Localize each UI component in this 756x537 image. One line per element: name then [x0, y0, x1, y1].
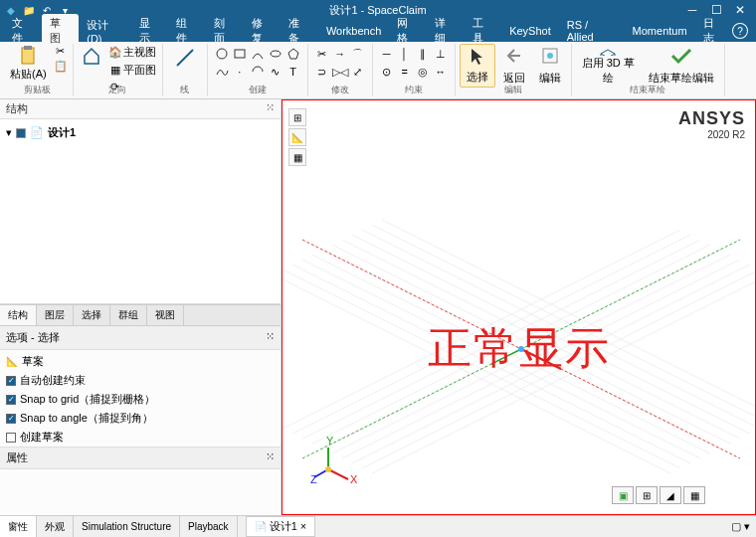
- equal-constraint[interactable]: =: [397, 64, 413, 80]
- shade-button[interactable]: ◢: [660, 486, 681, 504]
- menu-log[interactable]: 日志: [695, 14, 733, 48]
- viewport[interactable]: ANSYS 2020 R2 ⊞ 📐 ▦ 正常显示 Y: [282, 99, 756, 515]
- spline-tool[interactable]: [214, 64, 230, 80]
- horiz-constraint[interactable]: ─: [379, 46, 395, 62]
- svg-rect-4: [235, 50, 245, 58]
- finish-sketch-button[interactable]: 结束草绘编辑: [643, 44, 720, 88]
- svg-rect-0: [22, 48, 34, 64]
- svg-point-42: [325, 466, 331, 472]
- menu-file[interactable]: 文件: [4, 14, 42, 48]
- curve-tool[interactable]: ∿: [268, 64, 284, 80]
- status-right: ▢ ▾: [731, 520, 756, 533]
- ribbon-clipboard: 粘贴(A) ✂ 📋 剪贴板: [2, 44, 74, 96]
- opt-snap-grid[interactable]: ✓Snap to grid（捕捉到栅格）: [2, 390, 279, 409]
- viewport-bottom-tools: ▣ ⊞ ◢ ▦: [612, 486, 705, 504]
- status-indicator: ▢ ▾: [731, 520, 750, 533]
- menu-rsallied[interactable]: RS / Allied: [559, 17, 625, 45]
- svg-line-2: [177, 50, 193, 66]
- menu-design[interactable]: 设计(D): [79, 16, 131, 47]
- scale-tool[interactable]: ⤢: [350, 64, 366, 80]
- cut-button[interactable]: ✂: [53, 44, 69, 58]
- left-panel: 结构⁙ ▾ 📄 设计1 结构 图层 选择 群组 视图 选项 - 选择⁙ 📐 草案…: [0, 99, 282, 515]
- menu-component[interactable]: 组件: [168, 14, 206, 48]
- menu-momentum[interactable]: Momentum: [625, 23, 695, 39]
- menu-sketch[interactable]: 草图: [42, 14, 80, 48]
- status-tab-playback[interactable]: Playback: [180, 516, 238, 537]
- menu-workbench[interactable]: Workbench: [318, 23, 389, 39]
- tab-structure[interactable]: 结构: [0, 305, 37, 325]
- vert-constraint[interactable]: │: [397, 46, 413, 62]
- menu-tools[interactable]: 工具: [465, 14, 502, 48]
- svg-point-3: [217, 49, 227, 59]
- tree-area: ▾ 📄 设计1: [0, 119, 281, 304]
- text-tool[interactable]: T: [285, 64, 301, 80]
- menubar: 文件 草图 设计(D) 显示 组件 刻面 修复 准备 Workbench 网格 …: [0, 20, 756, 42]
- ribbon-create: · ∿ T 创建: [208, 44, 308, 96]
- menu-prepare[interactable]: 准备: [281, 14, 318, 48]
- tangent-constraint[interactable]: ⊙: [379, 64, 395, 80]
- menu-repair[interactable]: 修复: [244, 14, 282, 48]
- doc-icon: 📄: [30, 126, 44, 139]
- edit-button[interactable]: 编辑: [533, 44, 567, 88]
- tab-groups[interactable]: 群组: [110, 305, 147, 325]
- menu-mesh[interactable]: 网格: [389, 14, 427, 48]
- return-button[interactable]: 返回: [497, 44, 531, 88]
- overlay-text: 正常显示: [428, 319, 611, 378]
- status-tab-appearance[interactable]: 外观: [37, 516, 74, 537]
- point-tool[interactable]: ·: [232, 64, 248, 80]
- copy-button[interactable]: 📋: [53, 59, 69, 73]
- menu-detail[interactable]: 详细: [427, 14, 465, 48]
- home-view-button[interactable]: [78, 44, 105, 69]
- menu-facet[interactable]: 刻面: [206, 14, 244, 48]
- plan-view-button[interactable]: ▦平面图: [107, 62, 158, 79]
- ribbon-modify: ✂ → ⌒ ⊃ ▷◁ ⤢ 修改: [308, 44, 373, 96]
- tab-selection[interactable]: 选择: [74, 305, 110, 325]
- opt-snap-angle[interactable]: ✓Snap to angle（捕捉到角）: [2, 409, 279, 428]
- trim-tool[interactable]: ✂: [314, 46, 330, 62]
- enable-3d-button[interactable]: 启用 3D 草 绘: [576, 44, 641, 88]
- status-tab-props[interactable]: 窗性: [0, 516, 37, 537]
- wireframe-button[interactable]: ⊞: [636, 486, 658, 504]
- extend-tool[interactable]: →: [332, 46, 348, 62]
- svg-line-38: [328, 469, 348, 479]
- status-tab-sim[interactable]: Simulation Structure: [74, 516, 180, 537]
- mirror-tool[interactable]: ▷◁: [332, 64, 348, 80]
- concentric-constraint[interactable]: ◎: [415, 64, 431, 80]
- svg-point-5: [271, 51, 281, 57]
- status-tabs: 窗性 外观 Simulation Structure Playback: [0, 516, 238, 537]
- polygon-tool[interactable]: [285, 46, 301, 62]
- menu-keyshot[interactable]: KeyShot: [501, 23, 559, 39]
- line-tool-button[interactable]: [167, 44, 203, 88]
- opt-auto-constraint[interactable]: ✓自动创建约束: [2, 371, 279, 390]
- select-button[interactable]: 选择: [460, 44, 495, 88]
- parallel-constraint[interactable]: ∥: [415, 46, 431, 62]
- rect-tool[interactable]: [232, 46, 248, 62]
- close-button[interactable]: ✕: [732, 3, 748, 17]
- svg-text:X: X: [350, 473, 358, 484]
- ellipse-tool[interactable]: [268, 46, 284, 62]
- main-view-button[interactable]: 🏠主视图: [107, 44, 158, 61]
- tree-check-icon[interactable]: [16, 128, 26, 138]
- document-tab[interactable]: 📄 设计1 ×: [246, 516, 316, 537]
- circle-tool[interactable]: [214, 46, 230, 62]
- perp-constraint[interactable]: ⊥: [433, 46, 449, 62]
- fillet-tool[interactable]: ⌒: [350, 46, 366, 62]
- svg-marker-6: [288, 49, 298, 59]
- render-mode-button[interactable]: ▣: [612, 486, 634, 504]
- arc-tool[interactable]: [250, 46, 266, 62]
- offset-tool[interactable]: ⊃: [314, 64, 330, 80]
- arc3pt-tool[interactable]: [250, 64, 266, 80]
- tab-layers[interactable]: 图层: [37, 305, 74, 325]
- opt-create-draft[interactable]: 创建草案: [2, 428, 279, 447]
- axis-widget[interactable]: Y X Z: [310, 435, 360, 484]
- menu-display[interactable]: 显示: [131, 14, 169, 48]
- tree-item-design1[interactable]: ▾ 📄 设计1: [4, 123, 277, 142]
- panel-tabs: 结构 图层 选择 群组 视图: [0, 304, 281, 326]
- dim-constraint[interactable]: ↔: [433, 64, 449, 80]
- perspective-button[interactable]: ▦: [683, 486, 705, 504]
- tab-views[interactable]: 视图: [147, 305, 184, 325]
- ribbon: 粘贴(A) ✂ 📋 剪贴板 🏠主视图 ▦平面图 ⟳ 定向: [0, 42, 756, 99]
- paste-button[interactable]: 粘贴(A): [6, 44, 51, 84]
- main-area: 结构⁙ ▾ 📄 设计1 结构 图层 选择 群组 视图 选项 - 选择⁙ 📐 草案…: [0, 99, 756, 515]
- help-icon[interactable]: ?: [732, 23, 748, 39]
